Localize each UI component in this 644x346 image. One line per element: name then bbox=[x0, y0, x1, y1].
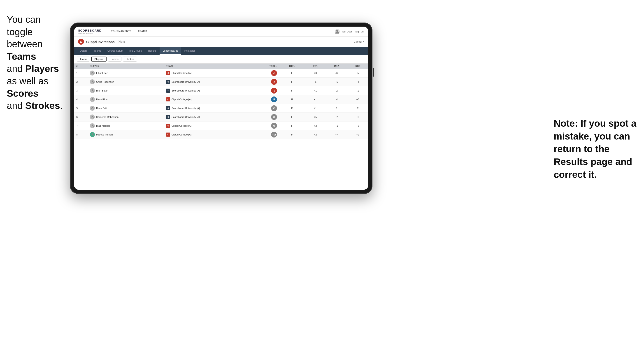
col-rank: # bbox=[74, 64, 88, 69]
cell-rd3: -5 bbox=[347, 69, 368, 78]
cell-rd3: +2 bbox=[347, 130, 368, 139]
cell-team: S Scoreboard University [A] bbox=[164, 113, 252, 122]
toggle-teams[interactable]: Teams bbox=[77, 57, 90, 62]
tournament-name: Clippd Invitational bbox=[86, 40, 116, 44]
table-row: 4 David Ford C Clippd College [A] EF+1-4… bbox=[74, 95, 368, 104]
cell-total: +9 bbox=[252, 122, 280, 130]
team-logo: C bbox=[166, 71, 170, 75]
cell-rd2: -6 bbox=[326, 69, 347, 78]
toggle-scores[interactable]: Scores bbox=[108, 57, 122, 62]
cell-thru: F bbox=[279, 130, 305, 139]
cell-rd2: +5 bbox=[326, 78, 347, 86]
team-name: Scoreboard University [A] bbox=[172, 116, 200, 118]
cell-thru: F bbox=[279, 113, 305, 122]
annotation-teams: Teams bbox=[7, 51, 36, 62]
user-label: Test User | bbox=[342, 30, 353, 33]
player-avatar bbox=[90, 79, 95, 84]
cell-rd2: E bbox=[326, 104, 347, 113]
tournament-title-row: C Clippd Invitational (Men) bbox=[78, 39, 125, 45]
toggle-bar: Teams Players Scores Strokes bbox=[74, 55, 368, 64]
cell-player: Cameron Robertson bbox=[88, 113, 164, 122]
cell-thru: F bbox=[279, 69, 305, 78]
player-name: Elliot Ebert bbox=[96, 72, 108, 74]
players-table: # PLAYER TEAM TOTAL THRU RD1 RD2 RD3 1 E… bbox=[74, 64, 368, 139]
col-thru: THRU bbox=[279, 64, 305, 69]
cell-thru: F bbox=[279, 122, 305, 130]
cell-total: +6 bbox=[252, 113, 280, 122]
cell-rd3: -1 bbox=[347, 113, 368, 122]
player-name: Marcus Turners bbox=[96, 133, 113, 136]
team-logo: S bbox=[166, 106, 170, 110]
player-name: David Ford bbox=[96, 98, 108, 101]
player-name: Rich Butler bbox=[96, 89, 108, 92]
table-row: 8 Marcus Turners C Clippd College [A] +1… bbox=[74, 130, 368, 139]
cell-rank: 7 bbox=[74, 122, 88, 130]
score-badge: +6 bbox=[271, 114, 277, 120]
tablet-screen: SCOREBOARD Powered by clippd TOURNAMENTS… bbox=[74, 27, 368, 190]
sub-nav-printables[interactable]: Printables bbox=[181, 47, 199, 55]
cell-player: Blair McHarg bbox=[88, 122, 164, 130]
cell-team: C Clippd College [A] bbox=[164, 69, 252, 78]
nav-teams[interactable]: TEAMS bbox=[135, 27, 150, 36]
annotation-strokes: Strokes bbox=[25, 100, 60, 111]
col-team: TEAM bbox=[164, 64, 252, 69]
score-badge: E bbox=[271, 96, 277, 102]
sub-nav-tee-groups[interactable]: Tee Groups bbox=[126, 47, 145, 55]
main-nav: TOURNAMENTS TEAMS bbox=[108, 27, 335, 36]
team-logo: S bbox=[166, 89, 170, 93]
cell-rd2: +7 bbox=[326, 130, 347, 139]
cancel-button[interactable]: Cancel ✕ bbox=[354, 40, 364, 43]
player-name: Chris Robertson bbox=[96, 80, 114, 83]
sign-out-link[interactable]: Sign out bbox=[355, 30, 364, 33]
team-logo: C bbox=[166, 124, 170, 128]
cell-rd1: +2 bbox=[305, 130, 326, 139]
cell-rank: 3 bbox=[74, 86, 88, 95]
tablet-side-button bbox=[373, 68, 374, 77]
tournament-header: C Clippd Invitational (Men) Cancel ✕ bbox=[74, 36, 368, 47]
annotation-line5: and bbox=[7, 100, 22, 111]
cell-player: Marcus Turners bbox=[88, 130, 164, 139]
cell-thru: F bbox=[279, 95, 305, 104]
cell-team: S Scoreboard University [A] bbox=[164, 104, 252, 113]
left-annotation: You can toggle between Teams and Players… bbox=[7, 13, 68, 112]
score-badge: -8 bbox=[271, 70, 277, 76]
cell-rd2: +1 bbox=[326, 122, 347, 130]
sub-nav-results[interactable]: Results bbox=[145, 47, 160, 55]
annotation-line1: You can toggle bbox=[7, 14, 41, 37]
score-badge: +11 bbox=[271, 132, 277, 138]
cell-rank: 2 bbox=[74, 78, 88, 86]
team-name: Scoreboard University [A] bbox=[172, 89, 200, 92]
cell-rank: 8 bbox=[74, 130, 88, 139]
sub-nav-teams[interactable]: Teams bbox=[91, 47, 104, 55]
team-name: Scoreboard University [A] bbox=[172, 107, 200, 110]
sub-nav-course-setup[interactable]: Course Setup bbox=[104, 47, 126, 55]
score-badge: +1 bbox=[271, 105, 277, 111]
cell-rd1: +1 bbox=[305, 86, 326, 95]
table-header-row: # PLAYER TEAM TOTAL THRU RD1 RD2 RD3 bbox=[74, 64, 368, 69]
player-name: Cameron Robertson bbox=[96, 116, 118, 118]
cell-rd1: +1 bbox=[305, 104, 326, 113]
nav-tournaments[interactable]: TOURNAMENTS bbox=[108, 27, 135, 36]
cell-total: E bbox=[252, 95, 280, 104]
table-row: 1 Elliot Ebert C Clippd College [A] -8F+… bbox=[74, 69, 368, 78]
cell-rd3: +6 bbox=[347, 122, 368, 130]
sub-nav-details[interactable]: Details bbox=[77, 47, 91, 55]
cell-team: S Scoreboard University [A] bbox=[164, 78, 252, 86]
user-avatar bbox=[335, 29, 340, 34]
annotation-scores: Scores bbox=[7, 88, 38, 99]
tournament-logo: C bbox=[78, 39, 84, 45]
team-name: Clippd College [A] bbox=[172, 133, 192, 136]
sub-nav-leaderboards[interactable]: Leaderboards bbox=[160, 47, 181, 55]
cell-rank: 1 bbox=[74, 69, 88, 78]
score-badge: -2 bbox=[271, 88, 277, 94]
team-logo: S bbox=[166, 115, 170, 119]
sub-nav: Details Teams Course Setup Tee Groups Re… bbox=[74, 47, 368, 55]
score-badge: +9 bbox=[271, 123, 277, 129]
cell-rank: 6 bbox=[74, 113, 88, 122]
cell-team: C Clippd College [A] bbox=[164, 122, 252, 130]
cell-player: Chris Robertson bbox=[88, 78, 164, 86]
cell-team: C Clippd College [A] bbox=[164, 95, 252, 104]
toggle-players[interactable]: Players bbox=[91, 57, 106, 62]
logo-title: SCOREBOARD bbox=[78, 29, 102, 32]
toggle-strokes[interactable]: Strokes bbox=[123, 57, 137, 62]
